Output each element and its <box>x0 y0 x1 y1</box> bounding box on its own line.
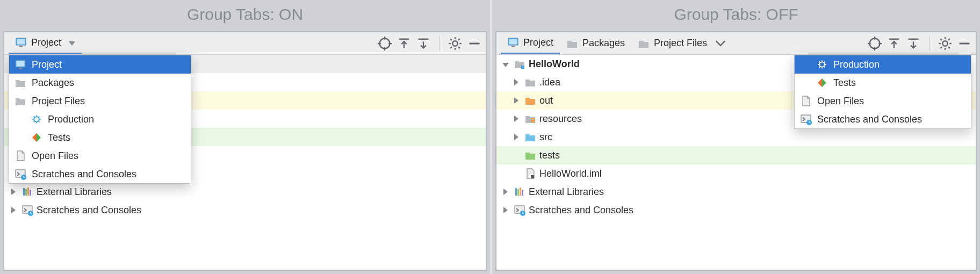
tabs-overflow-button[interactable] <box>714 37 727 51</box>
popup-label: Tests <box>833 77 856 89</box>
popup-label: Open Files <box>817 96 864 107</box>
scratches-icon <box>514 204 525 216</box>
tree-row-src[interactable]: src <box>496 128 976 146</box>
hide-button[interactable] <box>957 37 971 51</box>
separator <box>439 37 439 51</box>
tree-label: out <box>539 95 553 106</box>
panel-header-right: Project Packages Project Files <box>496 32 976 55</box>
popup-label: Scratches and Consoles <box>817 114 922 125</box>
folder-icon <box>15 95 26 107</box>
tests-icon <box>816 77 828 89</box>
scratches-icon <box>21 204 33 216</box>
tree-label: HelloWorld <box>529 59 580 70</box>
popup-item-production[interactable]: Production <box>9 110 191 128</box>
tab-packages[interactable]: Packages <box>560 33 631 54</box>
popup-item-tests[interactable]: Tests <box>9 128 191 147</box>
scratches-icon <box>15 168 26 180</box>
tabs-overflow-popup: Production Tests Open Files Scratches an… <box>794 55 971 129</box>
hide-button[interactable] <box>467 37 481 51</box>
tab-project-files[interactable]: Project Files <box>631 33 714 54</box>
expand-icon[interactable] <box>511 132 521 143</box>
tab-label: Project Files <box>654 38 707 49</box>
tree-label: External Libraries <box>529 186 604 198</box>
collapse-all-button[interactable] <box>416 37 430 51</box>
expand-icon[interactable] <box>9 186 18 198</box>
expand-icon[interactable] <box>501 205 510 216</box>
popup-item-project-files[interactable]: Project Files <box>9 92 191 110</box>
tab-project[interactable]: Project <box>501 33 560 54</box>
chevron-down-icon <box>69 37 75 48</box>
libraries-icon <box>21 186 33 198</box>
tree-row-external-libraries[interactable]: External Libraries <box>496 183 976 201</box>
popup-label: Open Files <box>32 150 78 162</box>
tree-row-scratches[interactable]: Scratches and Consoles <box>4 201 486 219</box>
expand-icon[interactable] <box>511 77 521 88</box>
scratches-icon <box>800 113 812 125</box>
production-icon <box>816 59 828 70</box>
tab-label: Packages <box>582 38 625 49</box>
tree-label: External Libraries <box>37 186 112 198</box>
view-switcher-label: Project <box>31 37 61 48</box>
popup-item-packages[interactable]: Packages <box>9 74 191 92</box>
production-icon <box>31 113 42 125</box>
folder-green-icon <box>524 149 536 161</box>
popup-label: Project <box>32 59 62 70</box>
panel-right: Project Packages Project Files <box>495 31 977 271</box>
popup-label: Project Files <box>32 96 85 107</box>
tree-label: src <box>539 132 552 143</box>
folder-icon <box>566 38 578 49</box>
popup-label: Packages <box>32 77 74 89</box>
iml-file-icon <box>524 168 536 179</box>
tree-label: .idea <box>539 77 560 88</box>
popup-item-scratches[interactable]: Scratches and Consoles <box>795 110 971 128</box>
tab-label: Project <box>523 37 553 48</box>
panel-left: Project <box>3 31 487 271</box>
tree-row-external-libraries[interactable]: External Libraries <box>4 183 486 201</box>
tree-label: Scratches and Consoles <box>37 205 141 216</box>
popup-item-open-files[interactable]: Open Files <box>795 92 971 110</box>
locate-button[interactable] <box>868 37 882 51</box>
view-switcher[interactable]: Project <box>9 33 82 54</box>
project-view-icon <box>15 59 26 70</box>
separator <box>929 37 929 51</box>
locate-button[interactable] <box>378 37 392 51</box>
popup-label: Scratches and Consoles <box>32 169 136 180</box>
popup-item-production[interactable]: Production <box>795 55 971 74</box>
folder-icon <box>638 38 650 49</box>
tree-row-tests[interactable]: tests <box>496 146 976 164</box>
tests-icon <box>31 132 42 143</box>
folder-blue-icon <box>524 131 536 143</box>
file-icon <box>15 150 26 162</box>
folder-icon <box>15 77 26 89</box>
settings-button[interactable] <box>938 37 952 51</box>
popup-item-scratches[interactable]: Scratches and Consoles <box>9 165 191 183</box>
caption-right: Group Tabs: OFF <box>492 0 980 29</box>
resources-folder-icon <box>524 113 536 125</box>
tree-label: tests <box>539 150 560 161</box>
expand-icon[interactable] <box>511 95 521 106</box>
tree-label: Scratches and Consoles <box>529 205 633 216</box>
panel-header-left: Project <box>4 32 486 55</box>
expand-all-button[interactable] <box>397 37 411 51</box>
project-view-icon <box>507 37 519 48</box>
expand-icon[interactable] <box>9 205 18 216</box>
settings-button[interactable] <box>448 37 462 51</box>
tree-row-scratches[interactable]: Scratches and Consoles <box>496 201 976 219</box>
tree-row-iml[interactable]: HelloWorld.iml <box>496 164 976 183</box>
expand-all-button[interactable] <box>887 37 901 51</box>
file-icon <box>800 95 812 107</box>
collapse-all-button[interactable] <box>906 37 920 51</box>
popup-item-project[interactable]: Project <box>9 55 191 74</box>
popup-item-open-files[interactable]: Open Files <box>9 147 191 165</box>
popup-label: Production <box>48 114 94 125</box>
popup-label: Production <box>833 59 880 70</box>
popup-item-tests[interactable]: Tests <box>795 74 971 92</box>
expand-icon[interactable] <box>501 186 510 198</box>
expand-icon[interactable] <box>511 113 521 125</box>
libraries-icon <box>514 186 525 198</box>
collapse-icon[interactable] <box>501 59 510 70</box>
module-icon <box>514 58 525 70</box>
popup-label: Tests <box>48 132 70 143</box>
tree-label: HelloWorld.iml <box>539 168 602 179</box>
project-view-icon <box>15 37 27 48</box>
